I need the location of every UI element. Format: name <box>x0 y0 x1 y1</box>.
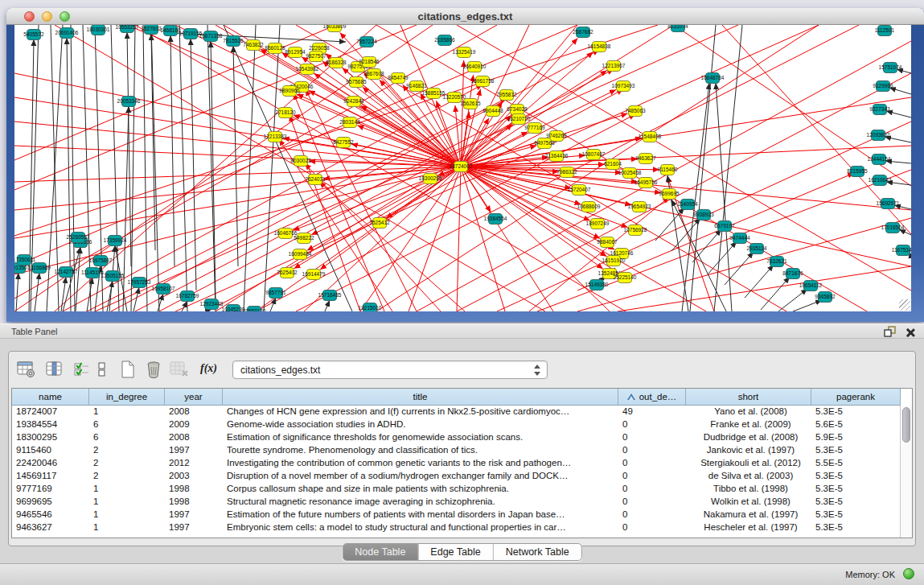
memory-status-icon[interactable] <box>903 568 914 579</box>
graph-node[interactable]: 10553257 <box>116 25 139 33</box>
function-builder-icon[interactable]: f(x) <box>200 362 217 375</box>
graph-node[interactable]: 8427552 <box>333 138 354 148</box>
graph-node[interactable]: 19215010 <box>359 303 382 312</box>
graph-node[interactable]: 7485063 <box>625 106 646 117</box>
network-canvas[interactable]: 1872400754055722069140618030301105532571… <box>14 25 911 311</box>
graph-node[interactable]: 16914479 <box>302 270 326 280</box>
graph-node[interactable]: 10807487 <box>582 150 606 160</box>
vertical-scrollbar[interactable] <box>900 406 912 538</box>
graph-node[interactable]: 7986322 <box>556 167 577 178</box>
graph-node[interactable]: 2803144 <box>339 117 360 128</box>
graph-node[interactable]: 2687682 <box>573 27 593 38</box>
graph-node[interactable]: 10654112 <box>799 281 823 291</box>
graph-node[interactable]: 16648784 <box>701 73 725 84</box>
graph-node[interactable]: 7632621 <box>766 257 787 267</box>
table-row[interactable]: 911546021997Tourette syndrome. Phenomeno… <box>12 444 912 457</box>
graph-node[interactable]: 8131074 <box>667 25 688 32</box>
column-header-title[interactable]: title <box>223 389 618 406</box>
graph-node[interactable]: 6497568 <box>534 138 555 149</box>
network-table-selector[interactable]: citations_edges.txt <box>232 360 548 379</box>
graph-node[interactable]: 16154838 <box>588 42 611 52</box>
graph-node[interactable]: 16640910 <box>463 62 487 72</box>
graph-node[interactable]: 1640954 <box>677 200 698 210</box>
graph-node[interactable]: 8454749 <box>388 73 409 84</box>
new-table-icon[interactable] <box>120 360 136 378</box>
table-settings-icon[interactable] <box>17 360 36 378</box>
graph-node[interactable]: 17016504 <box>881 223 905 233</box>
graph-node[interactable]: 15720407 <box>568 185 591 196</box>
graph-node[interactable]: 9884067 <box>597 237 618 248</box>
graph-node[interactable]: 10756928 <box>624 225 647 236</box>
graph-node[interactable]: 8186328 <box>326 58 347 68</box>
graph-node[interactable]: 12923448 <box>200 299 224 310</box>
graph-node[interactable]: 9463627 <box>635 154 656 164</box>
graph-node[interactable]: 16975887 <box>89 256 113 266</box>
column-header-in-degree[interactable]: in_degree <box>89 389 165 406</box>
graph-node[interactable]: 7815526 <box>223 36 244 47</box>
graph-node[interactable]: 11675340 <box>892 245 911 256</box>
graph-node[interactable]: 8660128 <box>265 43 285 54</box>
graph-node[interactable]: 12444154 <box>868 154 891 165</box>
table-row[interactable]: 2242004622012Investigating the contribut… <box>12 457 912 470</box>
graph-node[interactable]: 9129966 <box>873 81 893 92</box>
table-row[interactable]: 969969511998Structural magnetic resonanc… <box>12 496 912 509</box>
graph-node[interactable]: 9242848 <box>343 97 364 107</box>
table-row[interactable]: 977716911998Corpus callosum shape and si… <box>12 483 912 496</box>
graph-node[interactable]: 7625402 <box>277 268 298 278</box>
graph-node[interactable]: 2718120 <box>275 108 296 118</box>
graph-node[interactable]: 13325419 <box>453 47 476 58</box>
column-header-year[interactable]: year <box>165 389 223 406</box>
tab-node-table[interactable]: Node Table <box>343 544 418 560</box>
graph-node[interactable]: 9777169 <box>524 123 545 134</box>
graph-node[interactable]: 9699695 <box>659 189 680 200</box>
graph-node[interactable]: 20053346 <box>117 97 141 107</box>
graph-node[interactable]: 9904448 <box>483 106 503 117</box>
row-visibility-icon[interactable] <box>97 360 107 378</box>
graph-node[interactable]: 9115460 <box>658 165 678 175</box>
column-header-pagerank[interactable]: pagerank <box>811 389 901 406</box>
graph-node[interactable]: 12213967 <box>602 61 626 72</box>
graph-node[interactable]: 5498222 <box>294 233 314 244</box>
graph-node[interactable]: 8218546 <box>359 57 380 68</box>
table-row[interactable]: 946554611997Estimation of the future num… <box>12 509 912 521</box>
graph-node[interactable]: 7463822 <box>243 40 264 51</box>
graph-node[interactable]: 18030301 <box>87 25 110 35</box>
graph-node[interactable]: 621604 <box>604 159 622 170</box>
graph-node[interactable]: 18907249 <box>586 219 610 229</box>
graph-node[interactable]: 19654923 <box>628 202 651 212</box>
column-checklist-icon[interactable] <box>73 360 91 378</box>
graph-node[interactable]: 9227343 <box>869 105 890 115</box>
table-row[interactable]: 1938455462009Genome-wide association stu… <box>12 418 912 431</box>
graph-node[interactable]: 6679197 <box>714 221 735 232</box>
graph-node[interactable]: 16782759 <box>176 291 199 302</box>
graph-node[interactable]: 2185866 <box>434 35 455 46</box>
graph-node[interactable]: 15149380 <box>585 280 609 290</box>
graph-node[interactable]: 8215955 <box>847 167 868 177</box>
delete-attribute-icon[interactable] <box>146 360 162 378</box>
column-header-short[interactable]: short <box>686 389 811 406</box>
graph-node[interactable]: 9827507 <box>306 51 326 62</box>
graph-node[interactable]: 1527602 <box>141 25 162 35</box>
graph-node[interactable]: 12093832 <box>867 130 890 141</box>
column-header-out-de-[interactable]: out_de… <box>618 389 686 406</box>
graph-node[interactable]: 10025458 <box>618 168 642 179</box>
resize-grip[interactable] <box>899 299 910 311</box>
column-header-name[interactable]: name <box>12 389 89 406</box>
graph-node[interactable]: 7525412 <box>369 218 390 229</box>
table-row[interactable]: 1456911722003Disruption of a novel membe… <box>12 470 912 483</box>
float-panel-icon[interactable] <box>882 325 897 339</box>
graph-node[interactable]: 15751074 <box>879 63 902 73</box>
graph-node[interactable]: 8030023 <box>290 156 311 167</box>
tab-network-table[interactable]: Network Table <box>494 544 581 560</box>
close-panel-icon[interactable] <box>905 327 916 338</box>
graph-node[interactable]: 15716485 <box>318 290 342 301</box>
network-graph[interactable]: 1872400754055722069140618030301105532571… <box>14 25 911 311</box>
graph-node[interactable]: 11548408 <box>639 132 662 142</box>
scrollbar-thumb[interactable] <box>902 407 910 443</box>
graph-node[interactable]: 2867608 <box>363 69 384 80</box>
graph-node[interactable]: 12213383 <box>264 132 287 142</box>
graph-node[interactable]: 16495756 <box>634 178 658 188</box>
graph-node[interactable]: 7857224 <box>356 37 377 47</box>
graph-node[interactable]: 19384554 <box>484 214 507 225</box>
graph-node[interactable]: 8912954 <box>285 47 306 58</box>
